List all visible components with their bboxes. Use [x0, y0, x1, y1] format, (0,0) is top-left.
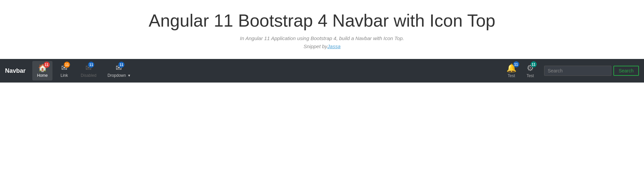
- gear-label: Test: [527, 73, 534, 78]
- link-icon: ✉ 11: [61, 64, 67, 72]
- search-button[interactable]: Search: [613, 66, 639, 76]
- nav-item-link[interactable]: ✉ 11 Link: [54, 61, 74, 81]
- snippet-author-link[interactable]: Jassa: [327, 43, 340, 49]
- navbar-nav: 🏠 11 Home ✉ 11 Link ✉ 11 Disabled: [32, 61, 135, 81]
- nav-item-test-gear[interactable]: ⚙ 11 Test: [523, 61, 537, 81]
- search-form: Search: [544, 66, 639, 76]
- navbar-left: 🏠 11 Home ✉ 11 Link ✉ 11 Disabled: [32, 61, 503, 81]
- subtitle-text: In Angular 11 Application using Bootstra…: [240, 35, 404, 41]
- nav-item-test-bell[interactable]: 🔔 11 Test: [503, 61, 520, 81]
- home-badge: 11: [44, 62, 50, 68]
- bell-icon: 🔔 11: [506, 63, 517, 73]
- bell-label: Test: [508, 73, 515, 78]
- header-subtitle: In Angular 11 Application using Bootstra…: [7, 34, 637, 51]
- disabled-label: Disabled: [81, 73, 97, 78]
- dropdown-badge: 11: [118, 62, 124, 68]
- gear-badge: 11: [531, 61, 537, 67]
- dropdown-label: Dropdown ▾: [108, 73, 130, 78]
- dropdown-icon: ✉ 11: [116, 64, 122, 72]
- search-input[interactable]: [544, 66, 611, 76]
- bell-badge: 11: [513, 61, 519, 67]
- navbar: Navbar 🏠 11 Home ✉ 11 Link: [0, 59, 644, 83]
- disabled-badge: 11: [88, 62, 94, 68]
- link-label: Link: [61, 73, 68, 78]
- snippet-prefix: Snippet by: [303, 43, 327, 49]
- nav-item-home[interactable]: 🏠 11 Home: [32, 61, 52, 81]
- nav-item-disabled: ✉ 11 Disabled: [76, 61, 101, 81]
- chevron-down-icon: ▾: [128, 73, 130, 78]
- disabled-icon: ✉ 11: [85, 64, 91, 72]
- gear-icon: ⚙ 11: [527, 63, 534, 73]
- page-title: Angular 11 Bootstrap 4 Navbar with Icon …: [7, 10, 637, 31]
- home-icon: 🏠 11: [38, 64, 47, 72]
- navbar-brand: Navbar: [5, 67, 26, 74]
- home-label: Home: [37, 73, 48, 78]
- link-badge: 11: [64, 62, 70, 68]
- nav-item-dropdown[interactable]: ✉ 11 Dropdown ▾: [103, 61, 135, 81]
- navbar-right: 🔔 11 Test ⚙ 11 Test Search: [503, 61, 639, 81]
- content-area: [0, 83, 644, 177]
- header-section: Angular 11 Bootstrap 4 Navbar with Icon …: [0, 0, 644, 59]
